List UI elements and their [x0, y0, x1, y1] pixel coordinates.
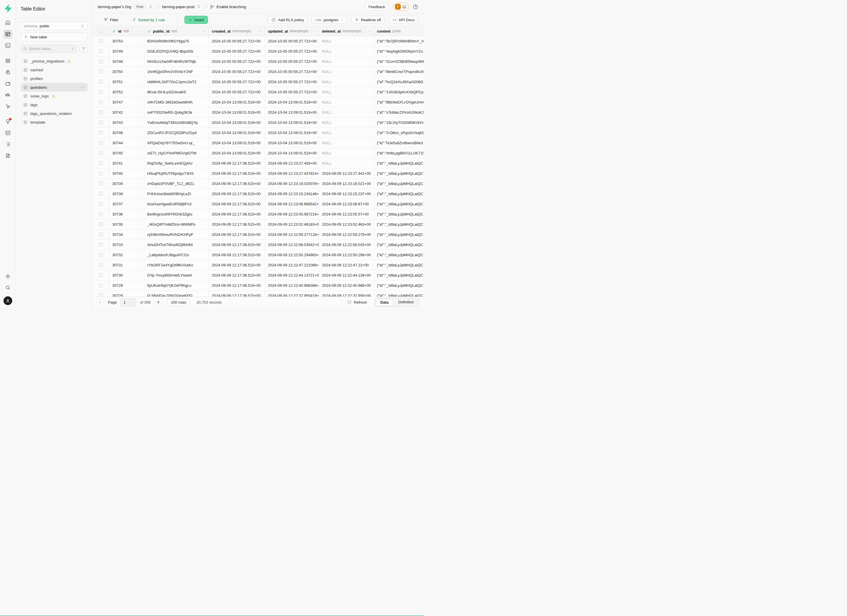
help-icon[interactable] [413, 4, 418, 10]
row-checkbox[interactable] [99, 202, 103, 206]
new-table-button[interactable]: New table [21, 32, 87, 41]
next-page-button[interactable] [154, 298, 162, 306]
sidebar-item-template[interactable]: template [21, 118, 87, 127]
column-menu-icon[interactable] [202, 29, 206, 33]
feedback-button[interactable]: Feedback [365, 3, 389, 11]
row-checkbox[interactable] [99, 49, 103, 53]
sort-button[interactable]: Sorted by 1 rule [132, 18, 165, 22]
cell-updated_at: 2024-10-04 13:09:01.519+00 [265, 148, 319, 158]
search-tables-box[interactable] [21, 45, 77, 53]
nav-home[interactable] [3, 18, 12, 27]
nav-settings[interactable] [3, 272, 12, 281]
row-checkbox[interactable] [99, 222, 103, 226]
column-menu-icon[interactable] [138, 29, 141, 33]
sidebar-item-_prisma_migrations[interactable]: _prisma_migrations [21, 57, 87, 65]
column-header-updated_at[interactable]: updated_attimestamptz [265, 27, 319, 36]
sidebar-item-solve_logs[interactable]: solve_logs [21, 91, 87, 100]
api-docs-button[interactable]: API Docs [389, 16, 418, 24]
row-checkbox[interactable] [99, 181, 103, 186]
select-all-checkbox[interactable] [99, 29, 103, 33]
search-tables-input[interactable] [29, 47, 69, 51]
nav-sql-editor[interactable] [3, 41, 12, 50]
filter-label: Filter [110, 18, 118, 22]
sidebar-item-tags_questions_relation[interactable]: tags_questions_relation [21, 109, 87, 118]
filter-button[interactable]: Filter [103, 18, 118, 22]
row-checkbox[interactable] [99, 59, 103, 63]
nav-realtime[interactable] [3, 102, 12, 111]
row-checkbox[interactable] [99, 90, 103, 94]
row-checkbox[interactable] [99, 283, 103, 287]
row-checkbox[interactable] [99, 253, 103, 257]
role-select[interactable]: role postgres [311, 16, 347, 24]
row-checkbox[interactable] [99, 273, 103, 277]
tab-definition[interactable]: Definition [394, 299, 419, 306]
org-unfold-icon[interactable] [149, 4, 153, 9]
notifications-button[interactable]: ! [393, 3, 409, 11]
cell-deleted_at: 2024-09-09 12:22:44.138+00 [319, 270, 374, 280]
refresh-button[interactable]: Refresh [347, 300, 367, 305]
row-checkbox[interactable] [99, 100, 103, 104]
nav-table-editor[interactable] [3, 29, 12, 39]
column-header-id[interactable]: idint8 [109, 27, 144, 36]
rows-per-page-button[interactable]: 100 rows [167, 298, 190, 306]
schema-select[interactable]: schema: public [21, 22, 87, 30]
cell-created_at: 2024-10-05 00:55:27.722+00 [209, 46, 265, 56]
row-checkbox[interactable] [99, 80, 103, 84]
user-avatar[interactable] [3, 296, 12, 305]
column-header-deleted_at[interactable]: deleted_attimestamptz [319, 27, 374, 36]
row-checkbox[interactable] [99, 293, 103, 297]
prev-page-button[interactable] [97, 298, 105, 306]
insert-button[interactable]: Insert [184, 16, 208, 24]
column-header-public_id[interactable]: public_idtext [144, 27, 209, 36]
org-name[interactable]: farming-paper's Org [98, 4, 131, 9]
nav-logs[interactable] [3, 140, 12, 149]
page-input[interactable] [120, 298, 136, 306]
row-checkbox[interactable] [99, 243, 103, 247]
nav-advisors[interactable] [3, 117, 12, 126]
column-header-created_at[interactable]: created_attimestamptz [209, 27, 265, 36]
column-header-content[interactable]: contentjsonb [374, 27, 424, 36]
row-checkbox[interactable] [99, 39, 103, 43]
row-checkbox[interactable] [99, 131, 103, 135]
sidebar-item-profiles[interactable]: profiles [21, 74, 87, 83]
row-checkbox[interactable] [99, 263, 103, 267]
nav-api-docs[interactable] [3, 151, 12, 160]
nav-database[interactable] [3, 56, 12, 65]
tab-data[interactable]: Data [375, 299, 394, 306]
row-checkbox[interactable] [99, 171, 103, 175]
project-name[interactable]: farming-paper-prod [162, 4, 194, 9]
table-row: 30736Be4KignzoK9YRGNI3Zgks2024-09-09 12:… [93, 209, 424, 219]
sidebar-item-questions[interactable]: questions... [21, 83, 87, 91]
column-menu-icon[interactable] [313, 29, 316, 33]
row-checkbox[interactable] [99, 192, 103, 196]
row-checkbox[interactable] [99, 141, 103, 145]
table-row: 30751nbMhHL3AP7OcCJymc2wT22024-10-05 00:… [93, 77, 424, 87]
row-checkbox[interactable] [99, 151, 103, 155]
row-checkbox[interactable] [99, 232, 103, 236]
table-options-icon[interactable]: ... [81, 84, 85, 90]
row-checkbox[interactable] [99, 161, 103, 165]
supabase-logo-icon[interactable] [3, 4, 12, 13]
nav-authentication[interactable] [3, 68, 12, 77]
project-topbar: farming-paper's Org Free / farming-paper… [93, 0, 424, 14]
cursor-spark-icon [5, 103, 11, 109]
nav-storage[interactable] [3, 79, 12, 88]
column-menu-icon[interactable] [258, 29, 262, 33]
sidebar-item-tags[interactable]: tags [21, 100, 87, 109]
row-checkbox[interactable] [99, 121, 103, 124]
table-filter-button[interactable] [80, 45, 87, 53]
column-menu-icon[interactable] [367, 29, 371, 33]
row-checkbox[interactable] [99, 212, 103, 216]
table-icon [23, 77, 28, 81]
nav-search[interactable] [3, 283, 12, 292]
plan-badge[interactable]: Free [133, 4, 146, 9]
row-checkbox[interactable] [99, 110, 103, 114]
realtime-toggle-button[interactable]: Realtime off [351, 16, 385, 24]
enable-branching-button[interactable]: Enable branching [210, 4, 246, 9]
nav-reports[interactable] [3, 128, 12, 137]
nav-edge-functions[interactable] [3, 90, 12, 99]
project-unfold-icon[interactable] [196, 4, 201, 9]
sidebar-item-cached[interactable]: cached [21, 65, 87, 74]
add-rls-policy-button[interactable]: Add RLS policy [268, 16, 308, 24]
row-checkbox[interactable] [99, 69, 103, 74]
